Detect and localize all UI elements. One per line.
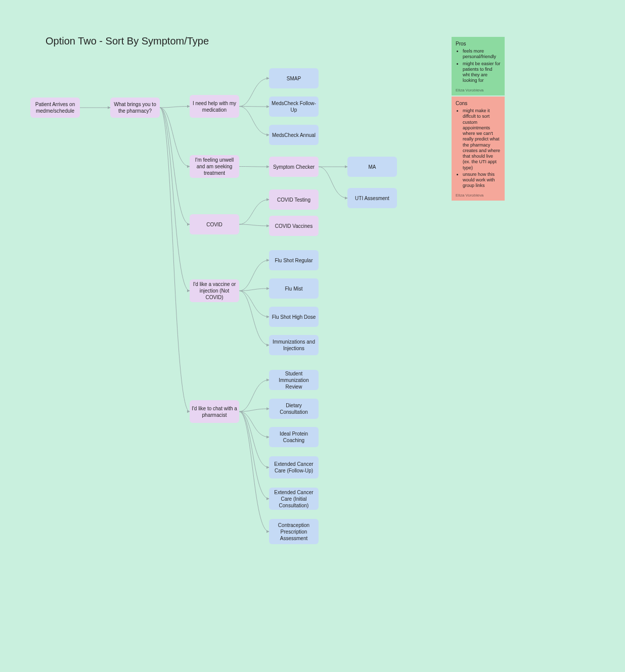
node-cancer-initial[interactable]: Extended Cancer Care (Initial Consultati… [269, 488, 319, 510]
node-medscheck-annual[interactable]: MedsCheck Annual [269, 125, 319, 145]
node-covid[interactable]: COVID [190, 214, 239, 234]
list-item: might make it diffcult to sort custom ap… [463, 108, 501, 171]
node-student-immun[interactable]: Student Immunization Review [269, 370, 319, 390]
node-uti-assessment[interactable]: UTI Assesment [347, 188, 397, 208]
node-flu-mist[interactable]: Flu Mist [269, 278, 319, 299]
node-chat-pharmacist[interactable]: I'd like to chat with a pharmacist [190, 400, 239, 423]
node-protein-coaching[interactable]: Ideal Protein Coaching [269, 427, 319, 447]
sticky-pros-title: Pros [456, 41, 501, 46]
list-item: unsure how this would work with group li… [463, 172, 501, 189]
node-patient-arrives[interactable]: Patient Arrives on medme/schedule [30, 98, 80, 118]
sticky-cons-list: might make it diffcult to sort custom ap… [456, 108, 501, 189]
node-smap[interactable]: SMAP [269, 68, 319, 88]
node-medscheck-follow[interactable]: MedsCheck Follow-Up [269, 97, 319, 117]
node-flu-high-dose[interactable]: Flu Shot High Dose [269, 307, 319, 327]
node-contraception[interactable]: Contraception Prescription Assessment [269, 519, 319, 544]
sticky-pros-list: feels more personal/friendly might be ea… [456, 49, 501, 84]
sticky-cons-title: Cons [456, 101, 501, 106]
node-vaccine[interactable]: I'd like a vaccine or injection (Not COV… [190, 279, 239, 302]
sticky-pros[interactable]: Pros feels more personal/friendly might … [452, 37, 505, 95]
list-item: might be easier for patients to find wht… [463, 61, 501, 84]
node-feeling-unwell[interactable]: I'm feeling unwell and am seeking treatm… [190, 155, 239, 178]
node-covid-testing[interactable]: COVID Testing [269, 189, 319, 210]
sticky-cons[interactable]: Cons might make it diffcult to sort cust… [452, 97, 505, 201]
node-ma[interactable]: MA [347, 157, 397, 177]
sticky-author: Eliza Vorobieva [456, 193, 501, 198]
node-what-brings[interactable]: What brings you to the pharmacy? [110, 98, 160, 118]
sticky-author: Eliza Vorobieva [456, 88, 501, 92]
node-dietary[interactable]: Dietary Consultation [269, 399, 319, 419]
node-immunizations[interactable]: Immunizations and Injections [269, 335, 319, 355]
node-symptom-checker[interactable]: Symptom Checker [269, 157, 319, 177]
node-need-med[interactable]: I need help with my medication [190, 95, 239, 118]
node-cancer-followup[interactable]: Extended Cancer Care (Follow-Up) [269, 456, 319, 478]
node-flu-regular[interactable]: Flu Shot Regular [269, 250, 319, 270]
list-item: feels more personal/friendly [463, 49, 501, 60]
diagram-title: Option Two - Sort By Symptom/Type [46, 35, 209, 47]
node-covid-vaccines[interactable]: COVID Vaccines [269, 216, 319, 236]
